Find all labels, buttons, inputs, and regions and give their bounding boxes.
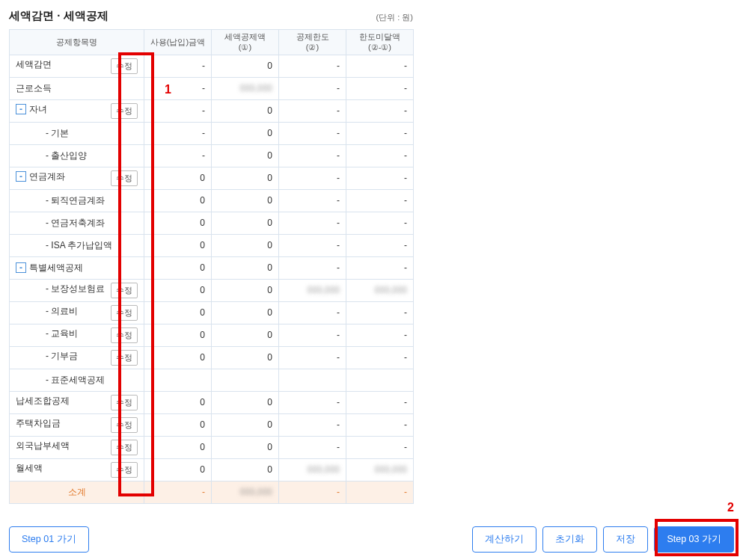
subtotal-value-cell: - bbox=[279, 481, 346, 503]
row-value-cell: 0 bbox=[212, 189, 279, 212]
save-button[interactable]: 저장 bbox=[603, 526, 648, 553]
table-row: -특별세액공제00-- bbox=[10, 256, 414, 279]
row-value-cell: - bbox=[279, 77, 346, 99]
row-value-cell: - bbox=[346, 436, 414, 458]
table-row: - 퇴직연금계좌00-- bbox=[10, 189, 414, 212]
edit-button[interactable]: 수정 bbox=[111, 395, 138, 410]
collapse-toggle-icon[interactable]: - bbox=[16, 104, 26, 114]
row-value-cell: - bbox=[279, 144, 346, 167]
collapse-toggle-icon[interactable]: - bbox=[16, 262, 26, 273]
row-value-cell: - bbox=[346, 122, 414, 144]
row-value-cell: - bbox=[279, 212, 346, 234]
row-value-cell: - bbox=[144, 77, 212, 99]
subtotal-value-cell: 000,000 bbox=[212, 481, 279, 503]
row-value-cell: - bbox=[346, 167, 414, 189]
table-row: - 표준세액공제 bbox=[10, 369, 414, 391]
row-name-cell: - 연금저축계좌 bbox=[10, 212, 144, 234]
row-value-cell: - bbox=[346, 55, 414, 77]
row-name-cell: -특별세액공제 bbox=[10, 256, 144, 279]
col-header-usage: 사용(납입)금액 bbox=[144, 30, 212, 55]
edit-button[interactable]: 수정 bbox=[111, 417, 138, 433]
row-value-cell: - bbox=[144, 122, 212, 144]
row-name-label: - 기부금 bbox=[46, 351, 78, 361]
row-name-cell: - 출산입양 bbox=[10, 144, 144, 167]
row-value-cell: 0 bbox=[212, 413, 279, 436]
row-name-label: 연금계좌 bbox=[29, 171, 65, 182]
table-row: 월세액수정00000,000000,000 bbox=[10, 458, 414, 481]
row-name-label: - 기본 bbox=[46, 128, 69, 138]
row-value-cell: - bbox=[279, 391, 346, 413]
table-row: - 의료비수정00-- bbox=[10, 301, 414, 324]
col-header-shortfall: 한도미달액(②-①) bbox=[346, 30, 414, 55]
row-value-cell: - bbox=[346, 413, 414, 436]
row-name-cell: 주택차입금수정 bbox=[10, 413, 144, 436]
table-row: - 연금저축계좌00-- bbox=[10, 212, 414, 234]
table-row: 납세조합공제수정00-- bbox=[10, 391, 414, 413]
subtotal-row: 소계-000,000-- bbox=[10, 481, 414, 503]
step01-button[interactable]: Step 01 가기 bbox=[9, 526, 89, 553]
row-name-label: - 교육비 bbox=[46, 328, 78, 339]
row-value-cell: - bbox=[279, 301, 346, 324]
calculate-button[interactable]: 계산하기 bbox=[472, 526, 536, 553]
row-value-cell bbox=[279, 369, 346, 391]
edit-button[interactable]: 수정 bbox=[111, 305, 138, 321]
step03-button[interactable]: Step 03 가기 bbox=[654, 526, 734, 553]
tax-credit-table: 공제항목명 사용(납입)금액 세액공제액(①) 공제한도(②) 한도미달액(②-… bbox=[9, 29, 414, 504]
row-value-cell: 0 bbox=[212, 212, 279, 234]
row-name-label: 특별세액공제 bbox=[29, 262, 83, 273]
row-name-label: - 표준세액공제 bbox=[46, 375, 105, 385]
edit-button[interactable]: 수정 bbox=[111, 170, 138, 186]
row-value-cell: 0 bbox=[144, 301, 212, 324]
row-value-cell: - bbox=[279, 324, 346, 346]
row-name-label: - 퇴직연금계좌 bbox=[46, 195, 105, 206]
row-value-cell: 0 bbox=[212, 144, 279, 167]
row-value-cell: 000,000 bbox=[346, 458, 414, 481]
row-value-cell: - bbox=[346, 256, 414, 279]
row-value-cell: 0 bbox=[212, 256, 279, 279]
row-name-cell: -연금계좌수정 bbox=[10, 167, 144, 189]
row-name-label: - 보장성보험료 bbox=[46, 283, 105, 294]
row-value-cell: - bbox=[346, 324, 414, 346]
row-value-cell: - bbox=[346, 391, 414, 413]
reset-button[interactable]: 초기화 bbox=[542, 526, 597, 553]
row-value-cell: 0 bbox=[212, 55, 279, 77]
row-value-cell: 000,000 bbox=[212, 77, 279, 99]
row-value-cell: 0 bbox=[144, 279, 212, 301]
row-name-cell: - 퇴직연금계좌 bbox=[10, 189, 144, 212]
row-value-cell: 0 bbox=[144, 436, 212, 458]
row-value-cell: 0 bbox=[212, 301, 279, 324]
table-row: - 기본-0-- bbox=[10, 122, 414, 144]
row-name-cell: 외국납부세액수정 bbox=[10, 436, 144, 458]
edit-button[interactable]: 수정 bbox=[111, 440, 138, 455]
row-value-cell: - bbox=[279, 256, 346, 279]
row-value-cell: 0 bbox=[144, 458, 212, 481]
table-row: 외국납부세액수정00-- bbox=[10, 436, 414, 458]
row-value-cell: 0 bbox=[212, 346, 279, 369]
row-value-cell: - bbox=[346, 144, 414, 167]
row-value-cell: 0 bbox=[212, 391, 279, 413]
collapse-toggle-icon[interactable]: - bbox=[16, 171, 26, 182]
row-name-cell: - 기본 bbox=[10, 122, 144, 144]
row-name-label: - 연금저축계좌 bbox=[46, 218, 105, 228]
edit-button[interactable]: 수정 bbox=[111, 283, 138, 298]
row-value-cell: 0 bbox=[144, 167, 212, 189]
row-name-label: 월세액 bbox=[16, 463, 43, 473]
edit-button[interactable]: 수정 bbox=[111, 350, 138, 366]
row-value-cell: - bbox=[279, 99, 346, 122]
edit-button[interactable]: 수정 bbox=[111, 58, 138, 74]
row-value-cell: 0 bbox=[212, 436, 279, 458]
row-value-cell: 0 bbox=[144, 189, 212, 212]
row-name-cell: - 보장성보험료수정 bbox=[10, 279, 144, 301]
table-row: -연금계좌수정00-- bbox=[10, 167, 414, 189]
row-value-cell bbox=[144, 369, 212, 391]
row-name-cell: 근로소득 bbox=[10, 77, 144, 99]
row-value-cell: 0 bbox=[144, 346, 212, 369]
edit-button[interactable]: 수정 bbox=[111, 103, 138, 119]
table-row: - 출산입양-0-- bbox=[10, 144, 414, 167]
row-value-cell: - bbox=[346, 99, 414, 122]
row-value-cell: 0 bbox=[144, 413, 212, 436]
row-value-cell: - bbox=[346, 346, 414, 369]
edit-button[interactable]: 수정 bbox=[111, 462, 138, 478]
row-name-cell: - 의료비수정 bbox=[10, 301, 144, 324]
edit-button[interactable]: 수정 bbox=[111, 327, 138, 343]
